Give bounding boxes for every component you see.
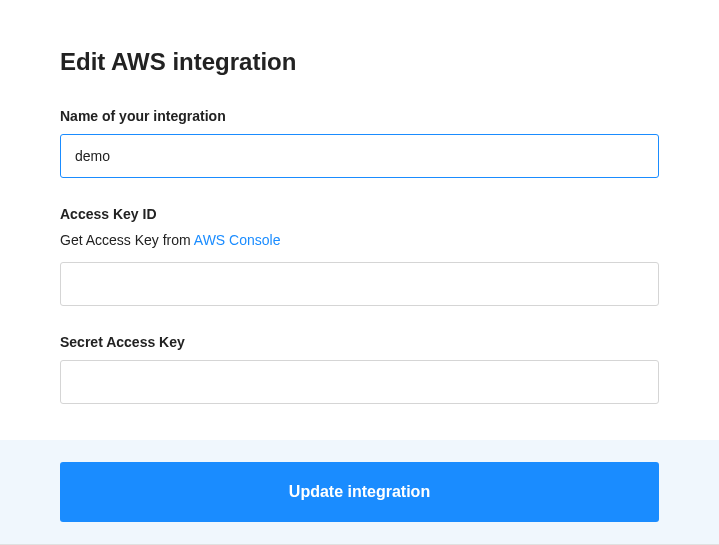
access-key-id-help-prefix: Get Access Key from (60, 232, 194, 248)
access-key-id-input[interactable] (60, 262, 659, 306)
update-integration-button[interactable]: Update integration (60, 462, 659, 522)
aws-console-link[interactable]: AWS Console (194, 232, 281, 248)
name-input[interactable] (60, 134, 659, 178)
secret-access-key-label: Secret Access Key (60, 334, 659, 350)
form-group-secret-access-key: Secret Access Key (60, 334, 659, 404)
page-title: Edit AWS integration (60, 48, 659, 76)
access-key-id-help: Get Access Key from AWS Console (60, 232, 659, 248)
form-group-name: Name of your integration (60, 108, 659, 178)
form-group-access-key-id: Access Key ID Get Access Key from AWS Co… (60, 206, 659, 306)
name-label: Name of your integration (60, 108, 659, 124)
footer: Update integration (0, 440, 719, 545)
form-container: Edit AWS integration Name of your integr… (0, 0, 719, 404)
secret-access-key-input[interactable] (60, 360, 659, 404)
access-key-id-label: Access Key ID (60, 206, 659, 222)
